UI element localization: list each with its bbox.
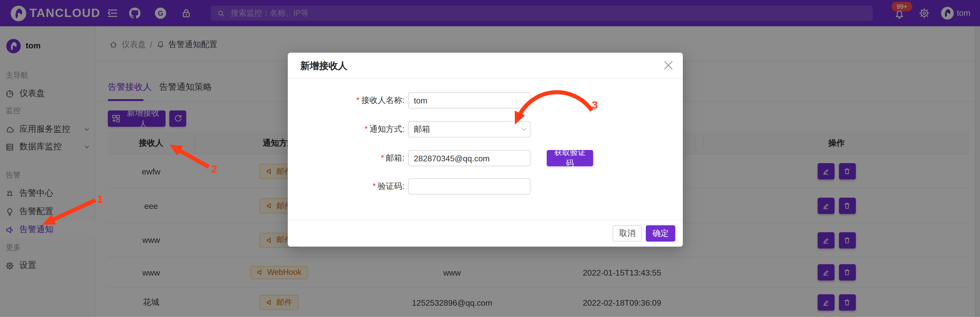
field-label: *通知方式:	[279, 121, 404, 137]
get-code-button[interactable]: 获取验证码	[547, 150, 593, 166]
verify-code-input[interactable]	[408, 178, 531, 194]
add-receiver-modal: 新增接收人 *接收人名称: *通知方式: *邮箱: 获取验证码 *验证码: 取消	[288, 53, 683, 247]
email-input[interactable]	[408, 150, 531, 166]
form-row-email: *邮箱: 获取验证码	[288, 150, 683, 166]
field-label: *邮箱:	[279, 150, 404, 166]
cancel-button[interactable]: 取消	[612, 225, 642, 242]
confirm-button[interactable]: 确定	[646, 225, 675, 242]
form-row-code: *验证码:	[288, 178, 683, 194]
close-icon[interactable]	[664, 61, 673, 70]
modal-title: 新增接收人	[300, 60, 347, 72]
notify-method-select[interactable]	[408, 121, 531, 137]
receiver-name-input[interactable]	[408, 92, 531, 108]
form-row-method: *通知方式:	[288, 121, 683, 137]
modal-footer-divider	[288, 220, 683, 220]
form-row-name: *接收人名称:	[288, 92, 683, 108]
modal-header: 新增接收人	[288, 53, 683, 79]
app-window: TANCLOUD G 99+	[0, 0, 980, 317]
field-label: *验证码:	[279, 178, 404, 194]
field-label: *接收人名称:	[279, 92, 404, 108]
